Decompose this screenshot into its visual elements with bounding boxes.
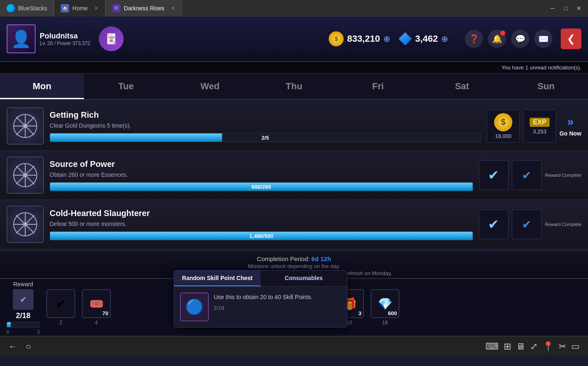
tooltip-tab-skill[interactable]: Random Skill Point Chest	[174, 271, 261, 286]
mission-info-3: Cold-Hearted Slaughterer Defeat 500 or m…	[50, 209, 473, 240]
currency-section: $ 833,210 ⊕ 3,462 ⊕ ❓ 🔔 💬 ✉️ ❮	[329, 29, 581, 49]
bottom-rewards-bar: Reward ✔ 2/18 0 2 ✔ 2 🎟️ 70 4 Random Ski…	[0, 278, 588, 336]
close-button[interactable]: ✕	[573, 2, 585, 14]
help-button[interactable]: ❓	[465, 30, 483, 48]
tab-mon[interactable]: Mon	[0, 74, 84, 99]
reward-item-box-1: ✔	[46, 289, 75, 318]
notification-button[interactable]: 🔔	[488, 30, 506, 48]
tooltip-description: Use this to obtain 20 to 40 Skill Points…	[214, 292, 313, 302]
game-tab-label: Darkness Rises	[124, 5, 164, 12]
reward-item-box-2: 🎟️ 70	[82, 289, 111, 318]
notification-bar: You have 1 unread notification(s).	[0, 62, 588, 74]
game-tab-close[interactable]: ✕	[171, 5, 175, 11]
mission-progress-bar-3: 1,496/500	[50, 231, 473, 240]
mission-progress-text-1: 2/5	[262, 134, 269, 140]
reward-item-icon-1: ✔	[56, 297, 66, 311]
mission-progress-text-3: 1,496/500	[249, 233, 273, 239]
gold-value: 833,210	[347, 33, 380, 44]
sp-icon: 🔵	[185, 298, 204, 316]
tooltip-tab-consumables[interactable]: Consumables	[261, 271, 347, 286]
back-arrow-icon[interactable]: ←	[8, 341, 17, 352]
home-tab-icon: 🏠	[61, 4, 69, 12]
back-button[interactable]: ❮	[561, 29, 581, 49]
mission-rewards-2: ✔ ✔ Reward Complete	[479, 160, 581, 190]
tab-sat[interactable]: Sat	[420, 74, 504, 99]
player-name: Poludnitsa	[40, 32, 91, 40]
chat-button[interactable]: 💬	[511, 30, 529, 48]
home-circle-icon[interactable]: ○	[26, 341, 31, 352]
tab-thu[interactable]: Thu	[252, 74, 336, 99]
home-tab[interactable]: 🏠 Home ✕	[54, 0, 105, 17]
milestone-end: 2	[37, 329, 40, 334]
tooltip-popup: Random Skill Point Chest Consumables 🔵 U…	[174, 270, 347, 328]
svg-point-11	[23, 173, 27, 177]
resize-icon[interactable]: ⤢	[530, 341, 538, 352]
bluestacks-logo-icon	[7, 4, 15, 12]
missions-container: Getting Rich Clear Gold Dungeons 5 time(…	[0, 100, 588, 251]
mission-row-source-of-power: Source of Power Obtain 260 or more Essen…	[0, 151, 588, 200]
milestone-15: 15	[347, 320, 352, 326]
reward-complete-2: Reward Complete	[545, 221, 581, 227]
maximize-button[interactable]: □	[560, 2, 571, 14]
display-icon[interactable]: 🖥	[516, 341, 525, 352]
diamond-add-button[interactable]: ⊕	[441, 34, 448, 44]
gold-icon: $	[329, 31, 344, 46]
mail-button[interactable]: ✉️	[534, 30, 552, 48]
grid-icon[interactable]: ⊞	[504, 341, 511, 352]
mission-desc-1: Clear Gold Dungeons 5 time(s).	[50, 122, 481, 129]
tab-tue[interactable]: Tue	[84, 74, 168, 99]
reward-item-icon-5: 💎	[378, 297, 392, 311]
reward-item-icon-2: 🎟️	[89, 297, 104, 311]
go-now-button[interactable]: » Go Now	[559, 115, 581, 137]
mission-title-3: Cold-Hearted Slaughterer	[50, 209, 473, 218]
game-tab[interactable]: ⚔️ Darkness Rises ✕	[105, 0, 182, 17]
notification-text: You have 1 unread notification(s).	[502, 64, 581, 71]
mission-icon-3	[7, 206, 44, 243]
reward-gold-icon: $	[494, 113, 512, 131]
player-badge-icon: 🃏	[99, 26, 124, 51]
diamond-value: 3,462	[415, 33, 438, 44]
svg-point-17	[23, 222, 27, 226]
reward-progress-num: 2/18	[16, 311, 30, 320]
reward-item-count-4: 3	[359, 310, 361, 316]
home-tab-close[interactable]: ✕	[94, 5, 98, 11]
reward-item-1[interactable]: ✔ 2	[46, 289, 75, 326]
mission-row-getting-rich: Getting Rich Clear Gold Dungeons 5 time(…	[0, 102, 588, 151]
tooltip-item-icon: 🔵	[180, 292, 209, 321]
player-info: Poludnitsa Lv. 26 / Power 373,372	[40, 32, 91, 46]
bluestacks-tab[interactable]: BlueStacks	[0, 0, 54, 17]
reward-item-2[interactable]: 🎟️ 70 4	[82, 289, 111, 326]
reward-complete-text-2: Reward Complete	[545, 221, 581, 227]
tab-wed[interactable]: Wed	[168, 74, 252, 99]
check-mark-1: ✔	[488, 167, 499, 183]
taskbar-right: ⌨ ⊞ 🖥 ⤢ 📍 ✂ ▭	[485, 341, 580, 352]
mission-progress-text-2: 688/260	[251, 183, 271, 190]
mission-title-1: Getting Rich	[50, 110, 481, 120]
title-bar-controls: ─ □ ✕	[547, 2, 588, 14]
completion-period: Completion Period: 6d 12h	[0, 255, 588, 262]
mission-progress-fill-1	[50, 133, 222, 142]
window-icon[interactable]: ▭	[571, 341, 580, 352]
location-icon[interactable]: 📍	[543, 341, 554, 352]
reward-item-5[interactable]: 💎 600 18	[370, 289, 399, 326]
reward-exp-box: EXP 3,253	[523, 109, 556, 143]
keyboard-icon[interactable]: ⌨	[485, 341, 499, 352]
diamond-icon	[399, 32, 412, 45]
reward-item-count-5: 600	[388, 310, 397, 316]
reward-progress-bar	[7, 322, 40, 328]
gold-currency: $ 833,210 ⊕	[329, 31, 390, 46]
mission-info-1: Getting Rich Clear Gold Dungeons 5 time(…	[50, 110, 481, 142]
reward-label: Reward	[13, 281, 33, 288]
scissors-icon[interactable]: ✂	[559, 341, 566, 352]
game-header: 👤 Poludnitsa Lv. 26 / Power 373,372 🃏 $ …	[0, 17, 588, 62]
mission-progress-bar-2: 688/260	[50, 182, 473, 191]
day-tabs: Mon Tue Wed Thu Fri Sat Sun	[0, 74, 588, 100]
gold-add-button[interactable]: ⊕	[383, 34, 390, 44]
minimize-button[interactable]: ─	[547, 2, 558, 14]
reward-progress-fill	[7, 322, 11, 327]
mission-info-2: Source of Power Obtain 260 or more Essen…	[50, 159, 473, 191]
tab-fri[interactable]: Fri	[336, 74, 420, 99]
tooltip-tabs: Random Skill Point Chest Consumables	[174, 271, 347, 287]
tab-sun[interactable]: Sun	[504, 74, 588, 99]
mission-rewards-3: ✔ ✔ Reward Complete	[479, 209, 581, 239]
